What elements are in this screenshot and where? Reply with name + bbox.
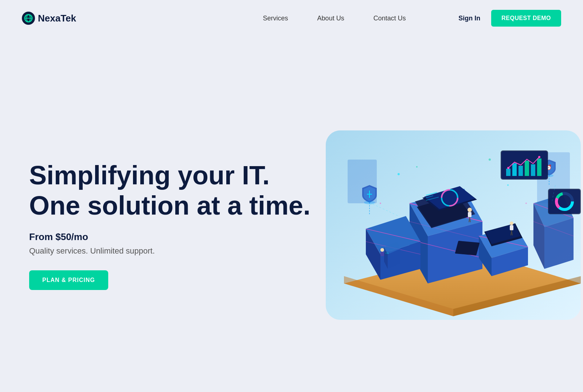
navbar: NexaTek Services About Us Contact Us Sig… xyxy=(0,0,583,36)
illustration-container: ⏰ xyxy=(326,130,581,320)
svg-rect-44 xyxy=(455,241,480,255)
svg-point-80 xyxy=(398,173,400,175)
svg-point-83 xyxy=(507,184,509,186)
hero-title-line2: One solution at a time. xyxy=(29,191,310,220)
svg-rect-69 xyxy=(525,161,529,176)
svg-rect-66 xyxy=(506,169,510,176)
sign-in-button[interactable]: Sign In xyxy=(458,15,480,22)
brand-logo[interactable]: NexaTek xyxy=(22,12,76,25)
hero-title: Simplifying your IT. One solution at a t… xyxy=(29,160,318,221)
nav-links: Services About Us Contact Us xyxy=(263,15,406,22)
svg-rect-71 xyxy=(537,158,541,176)
hero-illustration: ⏰ xyxy=(318,130,583,320)
svg-point-25 xyxy=(467,208,472,212)
svg-rect-68 xyxy=(519,166,523,176)
brand-name: NexaTek xyxy=(38,13,76,24)
svg-rect-35 xyxy=(380,252,384,256)
svg-point-45 xyxy=(510,222,513,225)
svg-point-73 xyxy=(538,156,540,158)
hero-section: Simplifying your IT. One solution at a t… xyxy=(0,36,583,392)
nav-services[interactable]: Services xyxy=(263,15,288,22)
hero-subtitle: Quality services. Unlimited support. xyxy=(29,246,318,256)
hero-price: From $50/mo xyxy=(29,231,318,243)
svg-point-84 xyxy=(489,158,491,161)
svg-point-34 xyxy=(380,248,384,252)
nav-about[interactable]: About Us xyxy=(317,15,344,22)
hero-content: Simplifying your IT. One solution at a t… xyxy=(22,160,318,290)
svg-point-85 xyxy=(525,203,527,204)
hero-title-line1: Simplifying your IT. xyxy=(29,161,270,190)
svg-point-81 xyxy=(416,166,418,168)
nav-actions: Sign In REQUEST DEMO xyxy=(458,10,561,27)
svg-point-72 xyxy=(507,167,509,169)
svg-point-82 xyxy=(380,203,381,204)
svg-rect-26 xyxy=(468,212,472,217)
request-demo-button[interactable]: REQUEST DEMO xyxy=(491,10,561,27)
logo-icon xyxy=(22,12,35,25)
isometric-illustration: ⏰ xyxy=(326,130,581,320)
svg-rect-67 xyxy=(512,163,517,176)
svg-rect-70 xyxy=(531,164,535,176)
nav-contact[interactable]: Contact Us xyxy=(373,15,406,22)
plan-pricing-button[interactable]: PLAN & PRICING xyxy=(29,270,108,290)
svg-rect-46 xyxy=(510,225,513,230)
